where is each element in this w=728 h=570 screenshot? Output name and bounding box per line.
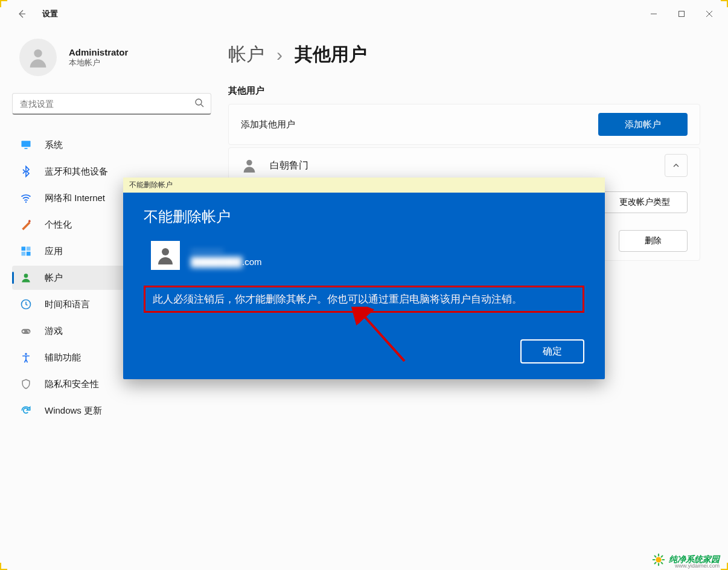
svg-rect-9 (22, 252, 26, 256)
back-button[interactable] (11, 3, 33, 25)
wifi-icon (19, 191, 33, 205)
nav-item-label: Windows 更新 (45, 405, 102, 417)
svg-rect-8 (27, 247, 31, 251)
nav-item-label: 时间和语言 (45, 299, 90, 310)
minimize-button[interactable] (640, 4, 668, 24)
cannot-delete-account-dialog: 不能删除帐户 不能删除帐户 ——— ████████.com 此人必须注销后，你… (123, 178, 605, 379)
personalize-icon (19, 218, 33, 231)
accessibility-icon (19, 351, 33, 364)
nav-item-label: 个性化 (45, 219, 72, 231)
search-icon (194, 98, 204, 110)
svg-rect-7 (22, 247, 26, 251)
user-entry-name: 白朝鲁门 (270, 159, 308, 172)
watermark-url: www.yidaimei.com (675, 563, 720, 569)
section-title: 其他用户 (228, 85, 700, 97)
update-icon (19, 404, 33, 417)
dialog-user-email-suffix: .com (242, 257, 262, 267)
svg-point-17 (246, 160, 252, 165)
time-icon (19, 298, 33, 311)
chevron-right-icon: › (276, 45, 283, 65)
avatar-icon (19, 39, 57, 76)
breadcrumb-parent[interactable]: 帐户 (228, 42, 264, 67)
title-bar: 设置 (0, 0, 728, 28)
nav-item-label: 系统 (45, 139, 63, 151)
bluetooth-icon (19, 165, 33, 178)
svg-point-5 (25, 202, 27, 203)
breadcrumb: 帐户 › 其他用户 (228, 42, 700, 67)
corner-mark (721, 563, 728, 570)
breadcrumb-current: 其他用户 (295, 42, 367, 67)
gaming-icon (19, 324, 33, 338)
add-user-card: 添加其他用户 添加帐户 (228, 104, 700, 145)
nav-item-label: 游戏 (45, 325, 63, 337)
dialog-ok-button[interactable]: 确定 (520, 339, 584, 363)
accounts-icon (19, 271, 33, 284)
nav-item-label: 网络和 Internet (45, 193, 105, 204)
nav-item-update[interactable]: Windows 更新 (12, 399, 212, 423)
svg-point-11 (24, 274, 28, 278)
svg-rect-10 (27, 252, 31, 256)
dialog-user-row: ——— ████████.com (151, 241, 584, 270)
nav-item-label: 隐私和安全性 (45, 379, 99, 390)
svg-point-2 (196, 99, 202, 105)
user-card[interactable]: Administrator 本地帐户 (12, 28, 212, 93)
system-icon (19, 138, 33, 152)
svg-rect-3 (22, 141, 31, 147)
svg-point-14 (27, 330, 28, 331)
user-type: 本地帐户 (69, 57, 128, 68)
svg-point-6 (28, 220, 31, 222)
privacy-icon (19, 377, 33, 391)
user-name: Administrator (69, 47, 128, 57)
corner-mark (721, 0, 728, 7)
nav-item-label: 辅助功能 (45, 352, 81, 363)
change-account-type-button[interactable]: 更改帐户类型 (602, 191, 688, 213)
delete-button[interactable]: 删除 (619, 230, 688, 252)
svg-point-15 (28, 331, 30, 333)
dialog-user-name-blurred: ——— (191, 244, 262, 257)
window-title: 设置 (42, 8, 58, 19)
person-icon (151, 241, 180, 270)
nav-item-label: 蓝牙和其他设备 (45, 166, 108, 178)
svg-point-1 (34, 50, 42, 57)
dialog-heading: 不能删除帐户 (144, 207, 584, 226)
nav-item-label: 帐户 (45, 272, 63, 284)
collapse-button[interactable] (665, 154, 688, 177)
maximize-button[interactable] (668, 4, 695, 24)
nav-item-system[interactable]: 系统 (12, 133, 212, 157)
svg-rect-4 (25, 148, 28, 149)
corner-mark (0, 563, 7, 570)
close-button[interactable] (695, 4, 723, 24)
corner-mark (0, 0, 7, 7)
dialog-caption: 不能删除帐户 (123, 178, 605, 193)
search-input[interactable] (12, 93, 211, 115)
search-box (12, 93, 211, 115)
person-icon (241, 157, 258, 174)
svg-point-21 (162, 248, 169, 255)
apps-icon (19, 245, 33, 258)
svg-rect-0 (679, 11, 685, 17)
nav-item-label: 应用 (45, 246, 63, 257)
dialog-message-box: 此人必须注销后，你才能删除其帐户。你也可以通过重启电脑将该用户自动注销。 (144, 286, 584, 313)
svg-point-22 (656, 557, 661, 562)
settings-window: 设置 Administrator 本地帐户 (0, 0, 728, 570)
add-other-user-label: 添加其他用户 (241, 119, 295, 130)
add-account-button[interactable]: 添加帐户 (598, 113, 688, 136)
svg-point-16 (25, 353, 27, 355)
dialog-message: 此人必须注销后，你才能删除其帐户。你也可以通过重启电脑将该用户自动注销。 (153, 293, 522, 305)
